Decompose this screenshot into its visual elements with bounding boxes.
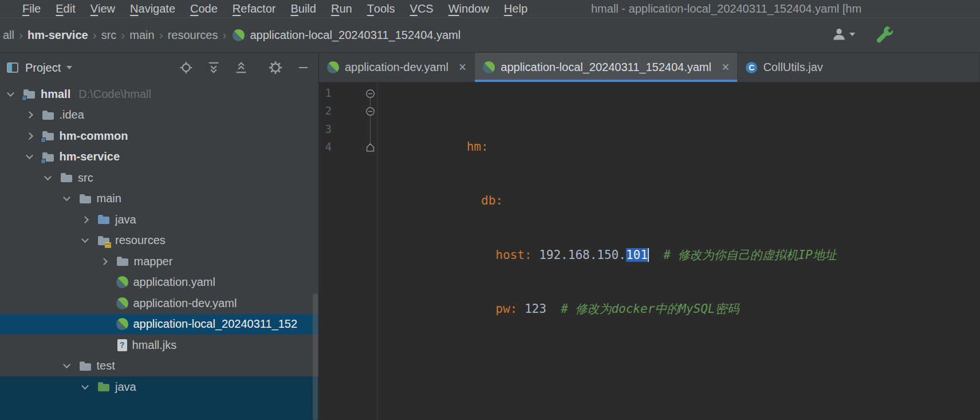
menu-vcs[interactable]: VCS [403, 0, 441, 17]
breadcrumb-item-main[interactable]: main [127, 29, 157, 42]
tree-item-test[interactable]: test [0, 356, 318, 377]
tree-item-label: hmall [41, 88, 70, 101]
chevron-down-icon[interactable] [66, 66, 72, 69]
chevron-separator-icon: › [158, 28, 165, 42]
menu-code[interactable]: Code [183, 0, 225, 17]
expand-all-button[interactable] [205, 59, 222, 76]
fold-end-marker-icon[interactable] [365, 143, 375, 152]
collapse-all-button[interactable] [233, 59, 250, 76]
tab-label: application-dev.yaml [345, 61, 448, 74]
menu-tools[interactable]: Tools [360, 0, 403, 17]
gear-icon [269, 61, 282, 74]
settings-button[interactable] [267, 59, 284, 76]
code-editor[interactable]: 1 2 3 4 [319, 83, 980, 420]
chevron-expanded-icon[interactable] [26, 152, 33, 159]
tree-item-mapper[interactable]: mapper [0, 251, 318, 272]
breadcrumb-item-hmall[interactable]: all [0, 29, 17, 42]
chevron-expanded-icon[interactable] [81, 235, 89, 243]
spring-config-icon [483, 61, 495, 73]
tree-item-resources[interactable]: resources [0, 230, 318, 252]
tree-item-idea[interactable]: .idea [0, 105, 318, 126]
breadcrumb-item-hm-service[interactable]: hm-service [25, 29, 91, 42]
chevron-expanded-icon[interactable] [63, 361, 70, 368]
tab-application-local-yaml[interactable]: application-local_20240311_152404.yaml × [475, 53, 738, 82]
line-number: 2 [319, 102, 332, 120]
main-split: Project [0, 53, 980, 420]
hide-panel-button[interactable] [294, 59, 312, 76]
user-account-icon[interactable] [832, 27, 855, 42]
chevron-expanded-icon[interactable] [44, 173, 52, 180]
breadcrumb-file[interactable]: application-local_20240311_152404.yaml [245, 29, 461, 42]
tab-collutils-java[interactable]: C CollUtils.jav [738, 53, 980, 82]
tree-item-application-dev-yaml[interactable]: application-dev.yaml [0, 293, 318, 314]
ide-window: File Edit View Navigate Code Refactor Bu… [0, 0, 980, 420]
chevron-expanded-icon[interactable] [81, 382, 89, 390]
project-panel: Project [0, 53, 319, 420]
tree-item-main[interactable]: main [0, 189, 318, 210]
tree-item-application-yaml[interactable]: application.yaml [0, 272, 318, 293]
locate-file-button[interactable] [178, 59, 195, 76]
folder-icon [60, 171, 73, 184]
tree-item-hm-service[interactable]: hm-service [0, 147, 318, 168]
menu-refactor[interactable]: Refactor [225, 0, 284, 17]
breadcrumb-item-resources[interactable]: resources [165, 29, 221, 42]
tree-item-label: hm-common [60, 129, 128, 143]
project-scrollbar[interactable] [313, 293, 318, 420]
chevron-expanded-icon[interactable] [7, 89, 14, 97]
tab-application-dev-yaml[interactable]: application-dev.yaml × [319, 53, 475, 82]
yaml-comment: # 修改为你自己的虚拟机IP地址 [663, 248, 837, 262]
chevron-collapsed-icon[interactable] [100, 258, 108, 265]
window-title: hmall - application-local_20240311_15240… [591, 0, 861, 17]
menu-help[interactable]: Help [497, 0, 535, 17]
tree-scroll-band: java [0, 376, 318, 420]
chevron-collapsed-icon[interactable] [81, 216, 89, 223]
menubar: File Edit View Navigate Code Refactor Bu… [0, 0, 980, 18]
tree-item-hmall[interactable]: hmall D:\Code\hmall [0, 84, 318, 105]
tree-item-java[interactable]: java [0, 209, 318, 230]
menu-window[interactable]: Window [441, 0, 497, 17]
folder-icon [79, 193, 92, 205]
menu-file[interactable]: File [15, 0, 48, 17]
menu-edit[interactable]: Edit [48, 0, 82, 17]
breadcrumb-item-src[interactable]: src [99, 29, 120, 42]
yaml-key: hm: [467, 140, 489, 154]
java-class-icon: C [746, 62, 757, 73]
folder-icon [116, 255, 129, 268]
tree-item-label: hm-service [60, 150, 120, 163]
module-folder-icon [42, 151, 54, 163]
menu-build[interactable]: Build [283, 0, 323, 17]
yaml-key: pw: [495, 302, 517, 316]
tree-item-hmall-jks[interactable]: ? hmall.jks [0, 335, 318, 356]
code-line-4: pw: 123 # 修改为docker中的MySQL密码 [380, 282, 980, 300]
line-number: 3 [319, 120, 332, 138]
project-tree: hmall D:\Code\hmall .idea hm-common hm-s [0, 83, 318, 420]
yaml-key: host: [495, 248, 532, 262]
tree-item-label: mapper [134, 255, 173, 268]
fold-marker-icon[interactable] [365, 107, 375, 116]
tree-item-label: test [97, 359, 115, 372]
menu-run[interactable]: Run [324, 0, 360, 17]
code-area[interactable]: hm: db: host: 192.168.150.101 # 修改为你自己的虚… [377, 83, 980, 420]
tree-item-label: resources [115, 234, 166, 247]
tree-item-label: application-local_20240311_152 [133, 317, 298, 331]
menu-view[interactable]: View [83, 0, 123, 17]
tree-item-application-local-yaml[interactable]: application-local_20240311_152 [0, 314, 318, 335]
chevron-collapsed-icon[interactable] [26, 132, 33, 140]
chevron-collapsed-icon[interactable] [26, 111, 33, 119]
tree-item-label: java [115, 380, 136, 394]
project-panel-title[interactable]: Project [25, 61, 61, 74]
spring-config-icon [116, 297, 128, 309]
tree-item-test-java[interactable]: java [0, 376, 318, 398]
line-number: 1 [319, 84, 332, 102]
chevron-expanded-icon[interactable] [63, 194, 70, 201]
tree-item-hm-common[interactable]: hm-common [0, 125, 318, 147]
tree-item-src[interactable]: src [0, 167, 318, 189]
fold-marker-icon[interactable] [365, 89, 375, 99]
person-icon [832, 27, 847, 42]
close-icon[interactable]: × [722, 61, 729, 74]
menu-navigate[interactable]: Navigate [123, 0, 183, 17]
close-icon[interactable]: × [459, 61, 466, 74]
build-wrench-icon[interactable] [875, 25, 895, 47]
line-number: 4 [319, 138, 332, 156]
code-line-1: hm: [380, 120, 980, 138]
